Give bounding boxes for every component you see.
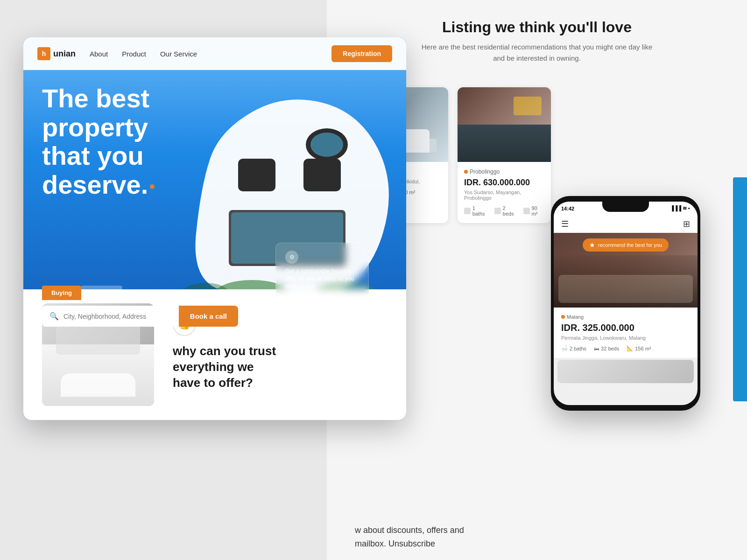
logo-icon: h xyxy=(37,47,50,60)
search-input[interactable] xyxy=(63,313,171,320)
nav-our-service[interactable]: Our Service xyxy=(160,50,197,58)
property-location: Probolinggo xyxy=(464,168,544,175)
phone-spec-beds: 🛏 32 beds xyxy=(594,345,619,351)
phone-specs: 🛁 2 baths 🛏 32 beds 📐 156 m² xyxy=(561,345,690,351)
phone-nav: ☰ ⊞ xyxy=(554,215,698,233)
spec-area-right: 90 m² xyxy=(523,205,544,217)
bath-icon: 🛁 xyxy=(561,345,568,351)
registration-button[interactable]: Registration xyxy=(331,45,392,62)
area-icon: 📐 xyxy=(627,345,633,351)
search-bar: 🔍 Book a call xyxy=(42,306,238,327)
tab-buying[interactable]: Buying xyxy=(42,286,81,300)
property-address: Yos Sudarso, Mayangan, Probolinggo xyxy=(464,189,544,201)
blue-accent-bar xyxy=(733,177,747,401)
book-call-button[interactable]: Book a call xyxy=(179,306,238,327)
phone-menu-icon: ☰ xyxy=(561,219,569,229)
phone-address: Permata Jingga, Lowokwaru, Malang xyxy=(561,335,690,341)
tab-buttons: Buying Renting xyxy=(42,286,238,300)
search-icon: 🔍 xyxy=(49,312,59,321)
phone-mockup: 14:42 ▐▐▐ ≋ ▪ ☰ ⊞ ★ recommend the best f… xyxy=(551,196,700,411)
property-specs: 1 baths 2 beds 90 m² xyxy=(464,205,544,217)
tab-renting[interactable]: Renting xyxy=(81,286,122,300)
nav-about[interactable]: About xyxy=(90,50,108,58)
tooltip-icon: ⚙ xyxy=(285,251,298,264)
svg-rect-1 xyxy=(303,159,341,191)
property-card-info-right: Probolinggo IDR. 630.000.000 Yos Sudarso… xyxy=(458,162,551,223)
phone-listing-snippet xyxy=(557,360,694,383)
main-website: h unian About Product Our Service Regist… xyxy=(23,37,406,420)
phone-price: IDR. 325.000.000 xyxy=(561,322,690,333)
tooltip-text: Get a comfortable housing offer for you … xyxy=(285,267,359,291)
svg-rect-0 xyxy=(238,159,275,191)
logo: h unian xyxy=(37,47,76,60)
bed-icon: 🛏 xyxy=(594,346,599,351)
star-icon: ★ xyxy=(589,241,595,249)
property-price: IDR. 630.000.000 xyxy=(464,178,544,188)
phone-property-img: ★ recommend the best for you xyxy=(554,233,698,308)
settings-icon: ⚙ xyxy=(289,254,295,260)
hero-content: The best property that you deserve. xyxy=(42,84,155,199)
phone-filter-icon: ⊞ xyxy=(683,219,690,229)
phone-screen: 14:42 ▐▐▐ ≋ ▪ ☰ ⊞ ★ recommend the best f… xyxy=(554,202,698,405)
listing-title: Listing we think you'll love xyxy=(336,19,738,36)
navbar: h unian About Product Our Service Regist… xyxy=(23,37,406,70)
orange-dot-decoration xyxy=(150,184,155,189)
svg-point-5 xyxy=(310,133,343,157)
newsletter-snippet: w about discounts, offers and mailbox. U… xyxy=(355,524,464,551)
spec-beds-right: 2 beds xyxy=(494,205,518,217)
phone-card-info: Malang IDR. 325.000.000 Permata Jingga, … xyxy=(554,308,698,358)
hero-title: The best property that you deserve. xyxy=(42,84,155,199)
search-section: Buying Renting 🔍 Book a call xyxy=(42,286,238,327)
trust-title: why can you trust everything we have to … xyxy=(173,343,388,391)
nav-product[interactable]: Product xyxy=(122,50,146,58)
phone-spec-area: 📐 156 m² xyxy=(627,345,651,351)
phone-notch xyxy=(602,202,649,212)
property-card-img-right xyxy=(458,87,551,162)
logo-text: unian xyxy=(53,49,76,59)
tooltip-popup: ⚙ Get a comfortable housing offer for yo… xyxy=(275,243,369,299)
phone-spec-baths: 🛁 2 baths xyxy=(561,345,586,351)
listing-subtitle: Here are the best residential recommenda… xyxy=(420,42,654,64)
search-input-wrapper: 🔍 xyxy=(42,306,179,327)
spec-baths: 1 baths xyxy=(464,205,489,217)
phone-location: Malang xyxy=(561,314,690,320)
nav-links: About Product Our Service xyxy=(90,50,317,58)
phone-recommend-badge: ★ recommend the best for you xyxy=(583,238,669,252)
property-card-full[interactable]: Probolinggo IDR. 630.000.000 Yos Sudarso… xyxy=(458,87,551,223)
